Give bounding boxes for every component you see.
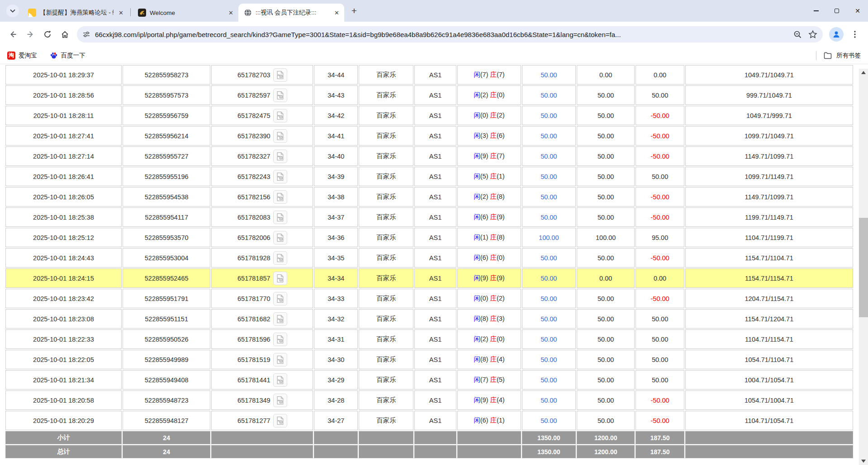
table-row[interactable]: 2025-10-01 18:26:41 522855955196 6517822… [5,167,853,186]
cell-bet-amount[interactable]: 50.00 [522,167,576,186]
table-row[interactable]: 2025-10-01 18:20:29 522855948127 6517812… [5,411,853,430]
scrollbar-thumb[interactable] [859,218,868,317]
reload-button[interactable] [39,26,56,43]
table-row[interactable]: 2025-10-01 18:24:15 522855952465 6517818… [5,268,853,288]
table-row[interactable]: 2025-10-01 18:23:08 522855951151 6517816… [5,309,853,329]
cell-bet-amount[interactable]: 100.00 [522,228,576,247]
person-icon [832,30,841,39]
cell-bet-amount[interactable]: 50.00 [522,85,576,105]
cell-bet-detail: 闲(0) 庄(2) [457,289,521,308]
cell-bet-detail: 闲(0) 庄(2) [457,106,521,125]
tab-close-icon[interactable]: ✕ [333,9,341,17]
cell-bet-amount[interactable]: 50.00 [522,65,576,85]
table-row[interactable]: 2025-10-01 18:29:37 522855958273 6517827… [5,65,853,85]
cell-bet-amount[interactable]: 50.00 [522,126,576,146]
video-record-button[interactable] [273,68,287,82]
video-record-icon [275,152,285,161]
cell-bet-amount[interactable]: 50.00 [522,350,576,369]
minimize-button[interactable] [806,0,826,22]
scroll-up-button[interactable] [859,69,868,76]
cell-bet-amount[interactable]: 50.00 [522,390,576,410]
back-button[interactable] [5,26,22,43]
video-record-button[interactable] [273,109,287,122]
site-settings-icon[interactable] [82,30,90,38]
video-record-button[interactable] [273,150,287,163]
cell-bet-time: 2025-10-01 18:26:41 [5,167,122,186]
folder-icon [824,52,832,59]
cell-bet-amount[interactable]: 50.00 [522,187,576,207]
cell-bet-detail: 闲(7) 庄(5) [457,370,521,390]
video-record-button[interactable] [273,272,287,285]
table-row[interactable]: 2025-10-01 18:28:56 522855957573 6517825… [5,85,853,105]
profile-avatar[interactable] [829,27,844,42]
tab-bet-records-active[interactable]: :::视讯 会员下注纪录::: ✕ [238,4,344,22]
cell-table-code: AS1 [414,289,456,308]
cell-round: 34-44 [314,65,358,85]
table-row[interactable]: 2025-10-01 18:20:58 522855948723 6517813… [5,390,853,410]
video-record-button[interactable] [273,231,287,244]
video-record-button[interactable] [273,89,287,102]
table-row[interactable]: 2025-10-01 18:22:33 522855950526 6517815… [5,329,853,349]
table-row[interactable]: 2025-10-01 18:25:38 522855954117 6517820… [5,207,853,227]
table-row[interactable]: 2025-10-01 18:27:41 522855956214 6517823… [5,126,853,146]
address-bar[interactable]: 66cxkj98.com/ipl/portal.php/game/betreco… [77,26,823,42]
cell-valid-amount: 50.00 [577,207,635,227]
video-record-button[interactable] [273,353,287,366]
bookmark-star-icon[interactable] [808,30,817,39]
video-record-button[interactable] [273,292,287,305]
cell-table-code: AS1 [414,411,456,430]
cell-bet-amount[interactable]: 50.00 [522,289,576,308]
table-row[interactable]: 2025-10-01 18:24:43 522855953004 6517819… [5,248,853,268]
video-record-button[interactable] [273,129,287,143]
video-record-icon [275,376,285,385]
forward-button[interactable] [22,26,39,43]
table-row[interactable]: 2025-10-01 18:25:12 522855953570 6517820… [5,228,853,247]
cell-bet-amount[interactable]: 50.00 [522,370,576,390]
cell-bet-amount[interactable]: 50.00 [522,146,576,166]
tab-close-icon[interactable]: ✕ [117,9,125,17]
tab-search-button[interactable] [6,5,19,17]
bookmark-taobao[interactable]: 淘 爱淘宝 [7,52,37,60]
cell-game-id: 651781770 [211,289,313,308]
table-row[interactable]: 2025-10-01 18:27:14 522855955727 6517823… [5,146,853,166]
cell-bet-amount[interactable]: 50.00 [522,106,576,125]
maximize-button[interactable] [826,0,847,22]
video-record-button[interactable] [273,373,287,387]
tab-welcome[interactable]: Welcome ✕ [133,4,238,22]
tab-close-icon[interactable]: ✕ [227,9,235,17]
video-record-button[interactable] [273,394,287,407]
cell-bet-amount[interactable]: 50.00 [522,329,576,349]
cell-bet-amount[interactable]: 50.00 [522,207,576,227]
page-scrollbar[interactable] [859,69,868,465]
table-row[interactable]: 2025-10-01 18:26:05 522855954538 6517821… [5,187,853,207]
video-record-button[interactable] [273,190,287,204]
browser-menu-button[interactable] [846,26,863,43]
video-record-button[interactable] [273,211,287,224]
cell-bet-amount[interactable]: 50.00 [522,248,576,268]
table-row[interactable]: 2025-10-01 18:21:34 522855949408 6517814… [5,370,853,390]
cell-game-id: 651781349 [211,390,313,410]
back-arrow-icon [9,30,17,38]
home-button[interactable] [56,26,73,43]
bookmark-baidu[interactable]: 百度一下 [50,52,85,60]
table-row[interactable]: 2025-10-01 18:23:42 522855951791 6517817… [5,289,853,308]
new-tab-button[interactable]: + [348,5,360,17]
close-window-button[interactable]: ✕ [847,0,868,22]
video-record-button[interactable] [273,333,287,346]
table-row[interactable]: 2025-10-01 18:22:05 522855949989 6517815… [5,350,853,369]
banker-bet-label: 庄 [490,193,497,200]
video-record-button[interactable] [273,251,287,265]
zoom-indicator-icon[interactable] [793,30,802,39]
banker-bet-label: 庄 [490,173,497,180]
video-record-button[interactable] [273,414,287,427]
video-record-button[interactable] [273,170,287,183]
table-row[interactable]: 2025-10-01 18:28:11 522855956759 6517824… [5,106,853,125]
scroll-down-button[interactable] [859,457,868,465]
all-bookmarks-button[interactable]: 所有书签 [836,52,861,60]
cell-bet-amount[interactable]: 50.00 [522,411,576,430]
tab-forum[interactable]: 【新提醒】海燕策略论坛 - 综合 ✕ [23,4,128,22]
cell-bet-amount[interactable]: 50.00 [522,309,576,329]
cell-bet-amount[interactable]: 50.00 [522,268,576,288]
cell-bet-detail: 闲(2) 庄(8) [457,187,521,207]
video-record-button[interactable] [273,312,287,326]
